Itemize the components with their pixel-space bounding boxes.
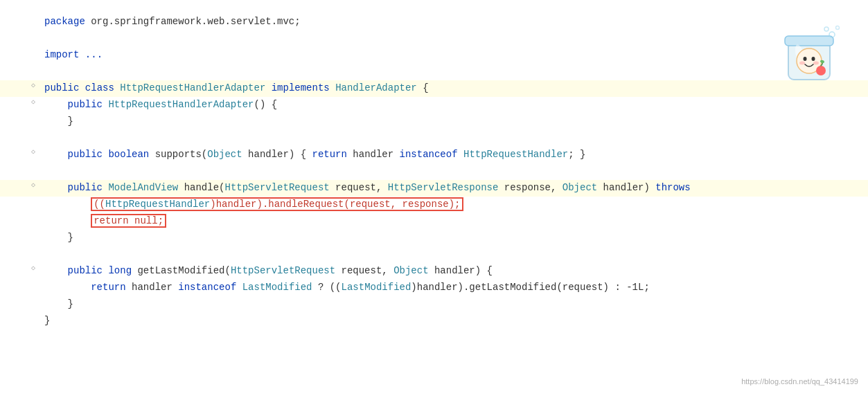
code-container: package org.springframework.web.servlet.… [0, 0, 868, 398]
content-18: } [39, 296, 868, 311]
watermark: https://blog.csdn.net/qq_43414199 [741, 376, 858, 388]
code-line-5: ◇ public class HttpRequestHandlerAdapter… [0, 80, 868, 97]
code-line-18: } [0, 296, 868, 313]
content-2 [39, 30, 868, 46]
diamond-16: ◇ [28, 263, 39, 274]
code-line-17: return handler instanceof LastModified ?… [0, 280, 868, 296]
content-17: return handler instanceof LastModified ?… [39, 280, 868, 295]
content-13: return null; [39, 213, 868, 228]
code-line-19: } [0, 313, 868, 329]
content-9: public boolean supports(Object handler) … [39, 147, 868, 162]
content-5: public class HttpRequestHandlerAdapter i… [39, 80, 868, 96]
code-line-3: import ... [0, 47, 868, 64]
code-line-11: ◇ public ModelAndView handle(HttpServlet… [0, 180, 868, 197]
code-line-8 [0, 130, 868, 147]
code-line-1: package org.springframework.web.servlet.… [0, 14, 868, 30]
code-line-13: return null; [0, 213, 868, 230]
content-3: import ... [39, 47, 868, 62]
content-10 [39, 163, 868, 179]
content-4 [39, 64, 868, 79]
diamond-6: ◇ [28, 97, 39, 108]
code-line-2 [0, 30, 868, 47]
diamond-11: ◇ [28, 180, 39, 191]
code-line-9: ◇ public boolean supports(Object handler… [0, 147, 868, 163]
content-12: ((HttpRequestHandler)handler).handleRequ… [39, 197, 868, 212]
content-16: public long getLastModified(HttpServletR… [39, 263, 868, 278]
code-line-15 [0, 246, 868, 263]
diamond-5: ◇ [28, 80, 39, 91]
diamond-9: ◇ [28, 147, 39, 158]
content-6: public HttpRequestHandlerAdapter() { [39, 97, 868, 112]
content-19: } [39, 313, 868, 328]
code-line-16: ◇ public long getLastModified(HttpServle… [0, 263, 868, 280]
content-14: } [39, 230, 868, 245]
code-line-12: ((HttpRequestHandler)handler).handleRequ… [0, 197, 868, 213]
content-1: package org.springframework.web.servlet.… [39, 14, 868, 29]
code-line-14: } [0, 230, 868, 246]
code-line-10 [0, 163, 868, 180]
code-line-7: } [0, 114, 868, 130]
code-line-6: ◇ public HttpRequestHandlerAdapter() { [0, 97, 868, 114]
content-11: public ModelAndView handle(HttpServletRe… [39, 180, 868, 195]
code-line-4 [0, 64, 868, 80]
content-15 [39, 246, 868, 262]
content-8 [39, 130, 868, 145]
content-7: } [39, 114, 868, 129]
